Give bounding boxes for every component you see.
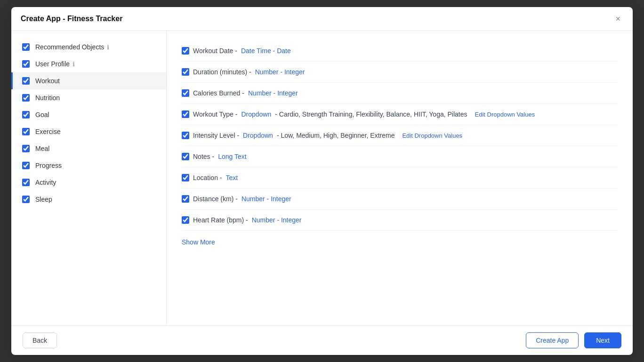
field-extra-workout-type: - Cardio, Strength Training, Flexibility… xyxy=(275,110,467,118)
field-checkbox-workout-date[interactable] xyxy=(182,47,189,55)
sidebar-label-activity: Activity xyxy=(35,179,56,186)
field-type-link-workout-date[interactable]: Date Time - Date xyxy=(241,47,291,55)
sidebar-checkbox-workout[interactable] xyxy=(22,77,30,85)
modal-body: Recommended ObjectsℹUser ProfileℹWorkout… xyxy=(11,31,633,325)
next-button[interactable]: Next xyxy=(584,332,621,348)
field-checkbox-workout-type[interactable] xyxy=(182,110,189,118)
field-type-link-heart-rate-bpm[interactable]: Number - Integer xyxy=(252,216,302,224)
field-label-location: Location - xyxy=(193,174,222,181)
field-checkbox-intensity-level[interactable] xyxy=(182,132,189,139)
field-label-duration-minutes: Duration (minutes) - xyxy=(193,68,251,76)
sidebar: Recommended ObjectsℹUser ProfileℹWorkout… xyxy=(11,31,167,325)
sidebar-checkbox-nutrition[interactable] xyxy=(22,94,30,102)
sidebar-label-progress: Progress xyxy=(35,162,62,169)
sidebar-item-user-profile[interactable]: User Profileℹ xyxy=(11,55,166,72)
sidebar-label-user-profile: User Profile xyxy=(35,60,70,68)
field-type-link-duration-minutes[interactable]: Number - Integer xyxy=(255,68,305,76)
sidebar-checkbox-user-profile[interactable] xyxy=(22,60,30,68)
sidebar-checkbox-goal[interactable] xyxy=(22,111,30,118)
close-button[interactable]: × xyxy=(612,14,623,24)
field-checkbox-heart-rate-bpm[interactable] xyxy=(182,216,189,224)
content-area: Workout Date - Date Time - DateDuration … xyxy=(167,31,633,325)
modal-header: Create App - Fitness Tracker × xyxy=(11,7,633,31)
create-app-modal: Create App - Fitness Tracker × Recommend… xyxy=(11,7,633,355)
edit-dropdown-link-workout-type[interactable]: Edit Dropdown Values xyxy=(475,111,535,118)
sidebar-item-nutrition[interactable]: Nutrition xyxy=(11,89,166,106)
sidebar-item-workout[interactable]: Workout xyxy=(11,72,166,89)
field-extra-intensity-level: - Low, Medium, High, Beginner, Extreme xyxy=(277,132,395,139)
field-label-intensity-level: Intensity Level - xyxy=(193,132,239,139)
field-row-notes: Notes - Long Text xyxy=(182,146,618,167)
field-label-distance-km: Distance (km) - xyxy=(193,195,238,203)
sidebar-item-sleep[interactable]: Sleep xyxy=(11,191,166,208)
sidebar-label-recommended-objects: Recommended Objects xyxy=(35,43,104,51)
sidebar-item-activity[interactable]: Activity xyxy=(11,174,166,191)
field-label-heart-rate-bpm: Heart Rate (bpm) - xyxy=(193,216,248,224)
field-checkbox-calories-burned[interactable] xyxy=(182,89,189,97)
sidebar-checkbox-meal[interactable] xyxy=(22,145,30,152)
field-row-duration-minutes: Duration (minutes) - Number - Integer xyxy=(182,62,618,83)
field-row-heart-rate-bpm: Heart Rate (bpm) - Number - Integer xyxy=(182,210,618,231)
show-more-button[interactable]: Show More xyxy=(182,231,215,250)
field-row-calories-burned: Calories Burned - Number - Integer xyxy=(182,83,618,104)
field-row-workout-date: Workout Date - Date Time - Date xyxy=(182,40,618,62)
info-icon-user-profile: ℹ xyxy=(72,61,75,68)
sidebar-label-sleep: Sleep xyxy=(35,196,52,203)
sidebar-checkbox-progress[interactable] xyxy=(22,162,30,169)
field-type-link-intensity-level[interactable]: Dropdown xyxy=(243,132,273,139)
modal-overlay: Create App - Fitness Tracker × Recommend… xyxy=(0,0,644,362)
field-type-link-notes[interactable]: Long Text xyxy=(218,153,246,160)
sidebar-checkbox-sleep[interactable] xyxy=(22,196,30,203)
footer-right: Create App Next xyxy=(526,332,621,348)
field-row-distance-km: Distance (km) - Number - Integer xyxy=(182,189,618,210)
field-type-link-location[interactable]: Text xyxy=(225,174,238,181)
field-label-workout-date: Workout Date - xyxy=(193,47,237,55)
sidebar-item-goal[interactable]: Goal xyxy=(11,106,166,123)
sidebar-label-goal: Goal xyxy=(35,111,49,118)
field-row-intensity-level: Intensity Level - Dropdown - Low, Medium… xyxy=(182,125,618,146)
field-type-link-distance-km[interactable]: Number - Integer xyxy=(242,195,291,203)
sidebar-label-meal: Meal xyxy=(35,145,49,152)
sidebar-item-progress[interactable]: Progress xyxy=(11,157,166,174)
sidebar-item-recommended-objects[interactable]: Recommended Objectsℹ xyxy=(11,39,166,55)
field-row-workout-type: Workout Type - Dropdown - Cardio, Streng… xyxy=(182,104,618,125)
field-label-notes: Notes - xyxy=(193,153,214,160)
show-more-container: Show More xyxy=(182,231,618,250)
edit-dropdown-link-intensity-level[interactable]: Edit Dropdown Values xyxy=(402,132,462,139)
sidebar-label-nutrition: Nutrition xyxy=(35,94,60,102)
create-app-button[interactable]: Create App xyxy=(526,332,579,348)
modal-title: Create App - Fitness Tracker xyxy=(21,15,122,23)
sidebar-checkbox-activity[interactable] xyxy=(22,179,30,186)
field-type-link-calories-burned[interactable]: Number - Integer xyxy=(248,89,298,97)
info-icon-recommended-objects: ℹ xyxy=(107,44,109,51)
sidebar-label-exercise: Exercise xyxy=(35,128,61,135)
sidebar-label-workout: Workout xyxy=(35,77,60,85)
field-label-workout-type: Workout Type - xyxy=(193,110,237,118)
field-row-location: Location - Text xyxy=(182,167,618,189)
modal-footer: Back Create App Next xyxy=(11,325,633,355)
sidebar-item-exercise[interactable]: Exercise xyxy=(11,123,166,140)
field-checkbox-duration-minutes[interactable] xyxy=(182,68,189,76)
sidebar-checkbox-exercise[interactable] xyxy=(22,128,30,135)
field-checkbox-distance-km[interactable] xyxy=(182,195,189,203)
sidebar-item-meal[interactable]: Meal xyxy=(11,140,166,157)
field-checkbox-location[interactable] xyxy=(182,174,189,181)
field-checkbox-notes[interactable] xyxy=(182,153,189,160)
back-button[interactable]: Back xyxy=(23,332,57,348)
field-label-calories-burned: Calories Burned - xyxy=(193,89,244,97)
sidebar-checkbox-recommended-objects[interactable] xyxy=(22,43,30,51)
field-type-link-workout-type[interactable]: Dropdown xyxy=(241,110,271,118)
